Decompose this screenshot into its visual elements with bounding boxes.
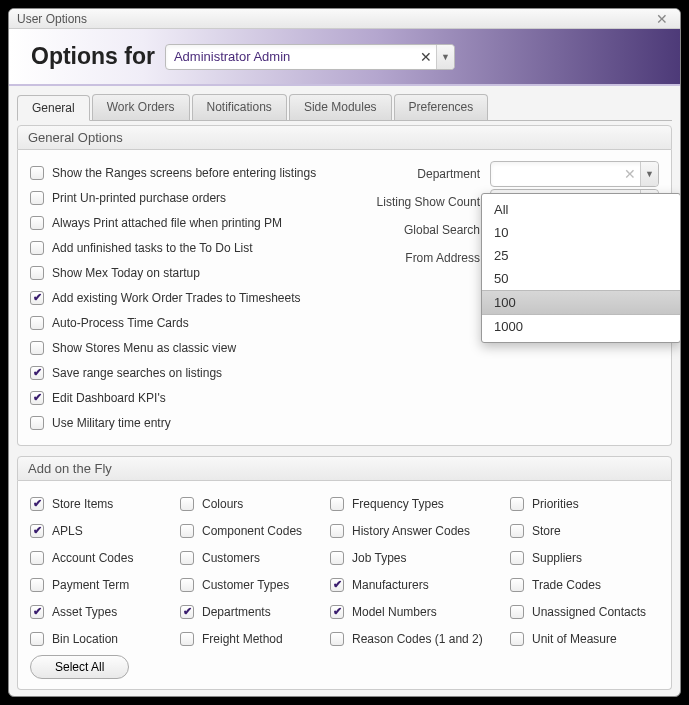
check-line: Show Mex Today on startup	[30, 260, 360, 285]
checkbox-label: Use Military time entry	[52, 416, 171, 430]
checkbox-label: Add existing Work Order Trades to Timesh…	[52, 291, 301, 305]
checkbox[interactable]	[180, 632, 194, 646]
checkbox[interactable]	[30, 551, 44, 565]
fly-check-line: Priorities	[510, 491, 665, 516]
general-checks-column: Show the Ranges screens before entering …	[30, 160, 360, 435]
checkbox-label: Asset Types	[52, 605, 117, 619]
checkbox-label: Store Items	[52, 497, 113, 511]
dropdown-option[interactable]: 50	[482, 267, 680, 290]
department-combo[interactable]: ✕ ▼	[490, 161, 659, 187]
checkbox[interactable]	[30, 632, 44, 646]
fly-check-line: Store Items	[30, 491, 180, 516]
close-icon[interactable]: ✕	[652, 11, 672, 27]
checkbox[interactable]	[30, 416, 44, 430]
fly-check-line: Trade Codes	[510, 572, 665, 597]
global-search-label: Global Search	[360, 223, 490, 237]
check-line: Always Print attached file when printing…	[30, 210, 360, 235]
checkbox-label: Payment Term	[52, 578, 129, 592]
checkbox-label: Auto-Process Time Cards	[52, 316, 189, 330]
checkbox[interactable]	[180, 497, 194, 511]
checkbox[interactable]	[180, 524, 194, 538]
checkbox[interactable]	[30, 524, 44, 538]
fly-check-line: Suppliers	[510, 545, 665, 570]
checkbox[interactable]	[30, 191, 44, 205]
fly-check-line: Reason Codes (1 and 2)	[330, 626, 510, 651]
fly-panel: Store ItemsColoursFrequency TypesPriorit…	[17, 481, 672, 690]
checkbox[interactable]	[30, 316, 44, 330]
checkbox[interactable]	[30, 578, 44, 592]
checkbox-label: Show the Ranges screens before entering …	[52, 166, 316, 180]
checkbox[interactable]	[330, 497, 344, 511]
checkbox-label: Show Mex Today on startup	[52, 266, 200, 280]
clear-icon[interactable]: ✕	[620, 166, 640, 182]
check-line: Auto-Process Time Cards	[30, 310, 360, 335]
listing-count-dropdown[interactable]: All1025501001000	[481, 193, 681, 343]
page-title: Options for	[31, 43, 155, 70]
department-label: Department	[360, 167, 490, 181]
checkbox[interactable]	[30, 497, 44, 511]
checkbox-label: Account Codes	[52, 551, 133, 565]
fly-check-line: Freight Method	[180, 626, 330, 651]
user-input[interactable]	[166, 45, 416, 69]
dropdown-option[interactable]: 25	[482, 244, 680, 267]
checkbox[interactable]	[180, 551, 194, 565]
from-address-label: From Address	[360, 251, 490, 265]
checkbox-label: Job Types	[352, 551, 406, 565]
select-all-button[interactable]: Select All	[30, 655, 129, 679]
clear-icon[interactable]: ✕	[416, 49, 436, 65]
checkbox[interactable]	[330, 524, 344, 538]
dropdown-option[interactable]: 1000	[482, 315, 680, 338]
checkbox[interactable]	[30, 166, 44, 180]
checkbox[interactable]	[510, 605, 524, 619]
checkbox[interactable]	[330, 578, 344, 592]
user-combo[interactable]: ✕ ▼	[165, 44, 455, 70]
dropdown-option[interactable]: All	[482, 198, 680, 221]
fly-check-line: History Answer Codes	[330, 518, 510, 543]
check-line: Add existing Work Order Trades to Timesh…	[30, 285, 360, 310]
checkbox[interactable]	[510, 578, 524, 592]
checkbox[interactable]	[30, 391, 44, 405]
checkbox-label: Colours	[202, 497, 243, 511]
checkbox[interactable]	[30, 291, 44, 305]
tab-work-orders[interactable]: Work Orders	[92, 94, 190, 120]
checkbox-label: APLS	[52, 524, 83, 538]
checkbox[interactable]	[30, 266, 44, 280]
checkbox-label: Add unfinished tasks to the To Do List	[52, 241, 253, 255]
fly-section-header: Add on the Fly	[17, 456, 672, 481]
checkbox-label: Customer Types	[202, 578, 289, 592]
dropdown-option[interactable]: 10	[482, 221, 680, 244]
dropdown-option[interactable]: 100	[482, 290, 680, 315]
checkbox[interactable]	[180, 578, 194, 592]
checkbox[interactable]	[330, 632, 344, 646]
checkbox[interactable]	[510, 632, 524, 646]
chevron-down-icon[interactable]: ▼	[640, 162, 658, 186]
checkbox[interactable]	[180, 605, 194, 619]
checkbox[interactable]	[30, 216, 44, 230]
listing-count-label: Listing Show Count	[360, 195, 490, 209]
chevron-down-icon[interactable]: ▼	[436, 45, 454, 69]
checkbox[interactable]	[30, 341, 44, 355]
fly-check-line: Unassigned Contacts	[510, 599, 665, 624]
tab-side-modules[interactable]: Side Modules	[289, 94, 392, 120]
checkbox[interactable]	[30, 366, 44, 380]
fly-check-line: Frequency Types	[330, 491, 510, 516]
fly-grid: Store ItemsColoursFrequency TypesPriorit…	[30, 491, 659, 651]
checkbox[interactable]	[510, 497, 524, 511]
department-input[interactable]	[491, 162, 620, 186]
checkbox[interactable]	[330, 551, 344, 565]
check-line: Print Un-printed purchase orders	[30, 185, 360, 210]
check-line: Save range searches on listings	[30, 360, 360, 385]
tab-preferences[interactable]: Preferences	[394, 94, 489, 120]
checkbox[interactable]	[30, 241, 44, 255]
check-line: Show Stores Menu as classic view	[30, 335, 360, 360]
checkbox[interactable]	[510, 551, 524, 565]
tab-notifications[interactable]: Notifications	[192, 94, 287, 120]
checkbox-label: Always Print attached file when printing…	[52, 216, 282, 230]
checkbox-label: History Answer Codes	[352, 524, 470, 538]
fly-check-line: Component Codes	[180, 518, 330, 543]
checkbox[interactable]	[510, 524, 524, 538]
checkbox-label: Customers	[202, 551, 260, 565]
tab-general[interactable]: General	[17, 95, 90, 121]
checkbox[interactable]	[330, 605, 344, 619]
checkbox[interactable]	[30, 605, 44, 619]
